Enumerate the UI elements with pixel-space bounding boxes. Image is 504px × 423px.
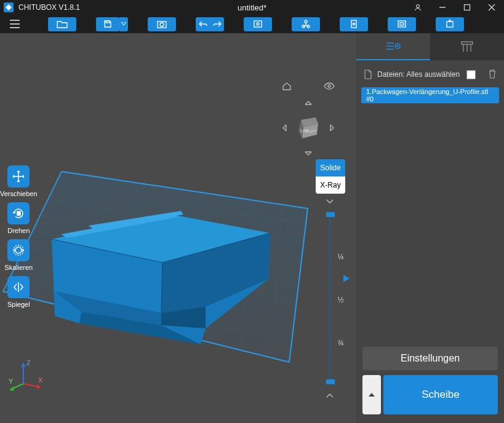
svg-point-15 (305, 20, 307, 23)
orientation-cube[interactable]: Left Front (294, 114, 323, 143)
app-logo-icon (4, 2, 14, 12)
rotate-tool[interactable] (7, 202, 30, 224)
home-icon[interactable] (279, 79, 294, 95)
play-icon[interactable] (343, 275, 350, 284)
scale-label: Skalieren (4, 264, 33, 271)
box-button[interactable] (244, 17, 272, 31)
slice-button[interactable]: Scheibe (383, 375, 498, 414)
app-title: CHITUBOX V1.8.1 (18, 3, 80, 12)
side-panel: Dateien: Alles auswählen 1.Packwagen-Ver… (356, 33, 504, 423)
eye-icon[interactable] (321, 80, 337, 94)
move-label: Verschieben (0, 190, 38, 197)
svg-point-61 (328, 85, 330, 87)
slider-track[interactable]: ¼ ½ ¾ (329, 212, 331, 384)
slider-mark-q3: ¾ (338, 339, 344, 347)
svg-marker-0 (6, 4, 12, 10)
user-icon[interactable] (406, 0, 430, 15)
svg-marker-67 (343, 275, 350, 282)
svg-point-14 (257, 23, 259, 25)
file-list-item[interactable]: 1.Packwagen-Verlängerung_U-Profile.stl #… (361, 87, 499, 103)
svg-rect-25 (400, 23, 404, 25)
titlebar: CHITUBOX V1.8.1 untitled* (0, 0, 504, 15)
move-tool[interactable] (7, 165, 30, 188)
tab-supports[interactable] (430, 33, 504, 60)
model-3d[interactable] (46, 184, 279, 350)
svg-point-27 (449, 20, 451, 22)
menu-button[interactable] (6, 16, 23, 32)
slice-dropdown[interactable] (362, 375, 381, 414)
tab-settings[interactable] (356, 33, 430, 60)
svg-text:X: X (38, 376, 43, 384)
file-list-header: Dateien: Alles auswählen (356, 64, 504, 85)
mode-solid[interactable]: Solide (316, 159, 345, 176)
svg-rect-13 (254, 21, 262, 27)
slider-mark-q1: ¼ (338, 253, 344, 261)
scale-tool[interactable] (7, 239, 30, 261)
svg-rect-9 (106, 21, 110, 23)
svg-marker-86 (369, 393, 375, 397)
save-dropdown[interactable] (119, 17, 128, 31)
svg-rect-82 (462, 42, 473, 44)
view-mode-toggle: Solide X-Ray (316, 159, 345, 194)
transform-tools: Verschieben Drehen Skalieren Spiegel (0, 165, 38, 308)
minimize-icon[interactable] (430, 0, 455, 15)
maximize-icon[interactable] (455, 0, 479, 15)
dig-hole-button[interactable] (436, 17, 464, 31)
document-title: untitled* (238, 3, 266, 12)
supports-button[interactable] (292, 17, 320, 31)
undo-button[interactable] (196, 17, 210, 31)
nav-up-icon[interactable] (302, 96, 315, 110)
nav-left-icon[interactable] (279, 121, 290, 136)
mode-xray[interactable]: X-Ray (316, 176, 345, 194)
add-button[interactable] (340, 17, 368, 31)
slider-handle-bottom[interactable] (326, 379, 335, 384)
svg-point-1 (417, 5, 420, 8)
viewport-3d[interactable]: Verschieben Drehen Skalieren Spiegel (0, 33, 356, 423)
nav-right-icon[interactable] (327, 121, 338, 136)
hollow-button[interactable] (388, 17, 416, 31)
svg-marker-10 (121, 22, 126, 25)
svg-rect-26 (447, 22, 453, 27)
slider-handle-top[interactable] (326, 212, 335, 217)
screenshot-button[interactable] (148, 17, 176, 31)
slider-down-icon[interactable] (324, 388, 336, 402)
axis-gizmo: X Y Z (7, 358, 44, 395)
nav-down-icon[interactable] (302, 147, 315, 161)
svg-rect-24 (398, 21, 406, 27)
settings-button[interactable]: Einstellungen (362, 347, 498, 370)
svg-point-12 (160, 23, 164, 26)
open-button[interactable] (48, 17, 76, 31)
svg-marker-73 (21, 363, 26, 367)
file-icon (364, 69, 372, 79)
redo-button[interactable] (210, 17, 224, 31)
toolbar (0, 15, 504, 33)
svg-point-58 (15, 247, 22, 253)
svg-text:Y: Y (9, 378, 14, 385)
svg-rect-3 (465, 5, 470, 10)
svg-marker-57 (17, 212, 20, 215)
layer-slider: ¼ ½ ¾ (324, 194, 336, 402)
close-icon[interactable] (479, 0, 504, 15)
svg-point-81 (397, 45, 398, 47)
mirror-label: Spiegel (7, 301, 30, 308)
delete-icon[interactable] (488, 69, 497, 81)
mirror-tool[interactable] (7, 276, 30, 298)
svg-text:Z: Z (26, 359, 31, 366)
slider-up-icon[interactable] (324, 194, 336, 208)
view-navigator: Left Front (279, 79, 338, 161)
svg-marker-71 (10, 386, 14, 391)
select-all-checkbox[interactable] (466, 70, 476, 79)
rotate-label: Drehen (7, 227, 30, 234)
files-label: Dateien: Alles auswählen (377, 70, 462, 79)
save-button[interactable] (96, 17, 119, 31)
slider-mark-q2: ½ (338, 296, 344, 304)
